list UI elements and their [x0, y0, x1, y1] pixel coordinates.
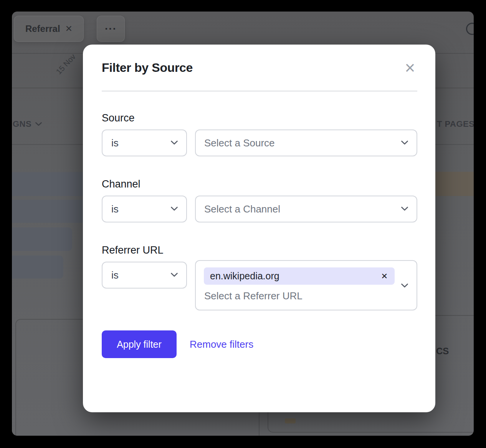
referral-filter-chip[interactable]: Referral ×: [14, 16, 84, 42]
apply-filter-button[interactable]: Apply filter: [102, 330, 177, 358]
pages-section-header[interactable]: T PAGES: [437, 119, 474, 129]
close-icon[interactable]: ×: [66, 23, 73, 34]
filter-by-source-modal: Filter by Source × Source is Select a So…: [83, 45, 435, 412]
source-value-select[interactable]: Select a Source: [195, 129, 417, 156]
referral-filter-chip-label: Referral: [25, 23, 60, 34]
search-icon[interactable]: [466, 23, 474, 35]
close-icon[interactable]: ×: [401, 58, 419, 77]
ellipsis-icon: ···: [105, 23, 117, 35]
chevron-down-icon: [35, 122, 42, 126]
referrer-url-combobox[interactable]: en.wikipedia.org ✕ Select a Referrer URL: [195, 260, 417, 310]
source-bar: [12, 256, 63, 279]
page-row-bar: [435, 172, 474, 196]
channel-value-select[interactable]: Select a Channel: [195, 196, 417, 222]
chevron-down-icon: [171, 206, 178, 212]
modal-title: Filter by Source: [102, 61, 193, 75]
chevron-down-icon: [401, 139, 408, 146]
source-field-label: Source: [102, 112, 135, 124]
chevron-down-icon: [171, 139, 178, 146]
referrer-url-placeholder: Select a Referrer URL: [204, 290, 303, 302]
chevron-down-icon: [401, 206, 408, 212]
campaigns-section-header-label: GNS: [13, 119, 31, 129]
channel-field-label: Channel: [102, 178, 141, 190]
referrer-url-field-label: Referrer URL: [102, 244, 164, 256]
source-value-placeholder: Select a Source: [204, 137, 275, 149]
channel-operator-select[interactable]: is: [102, 196, 187, 222]
more-options-button[interactable]: ···: [97, 16, 125, 42]
source-bar: [12, 172, 83, 196]
channel-operator-value: is: [111, 203, 119, 215]
source-operator-value: is: [111, 137, 119, 149]
selected-referrer-value: en.wikipedia.org: [210, 270, 279, 282]
channel-value-placeholder: Select a Channel: [204, 203, 280, 215]
selected-referrer-chip: en.wikipedia.org ✕: [204, 267, 395, 285]
referrer-url-operator-select[interactable]: is: [102, 262, 187, 289]
remove-filters-link[interactable]: Remove filters: [190, 330, 253, 358]
chevron-down-icon: [401, 282, 408, 289]
source-bar: [12, 200, 83, 223]
source-operator-select[interactable]: is: [102, 129, 187, 156]
chevron-down-icon: [171, 272, 178, 279]
remove-selected-icon[interactable]: ✕: [381, 272, 388, 281]
referrer-url-operator-value: is: [111, 269, 119, 281]
list-item-favicon: [285, 418, 296, 423]
campaigns-section-header[interactable]: GNS: [13, 119, 42, 129]
pages-section-header-label: T PAGES: [437, 119, 474, 129]
modal-divider: [102, 91, 417, 91]
source-bar: [12, 227, 72, 251]
